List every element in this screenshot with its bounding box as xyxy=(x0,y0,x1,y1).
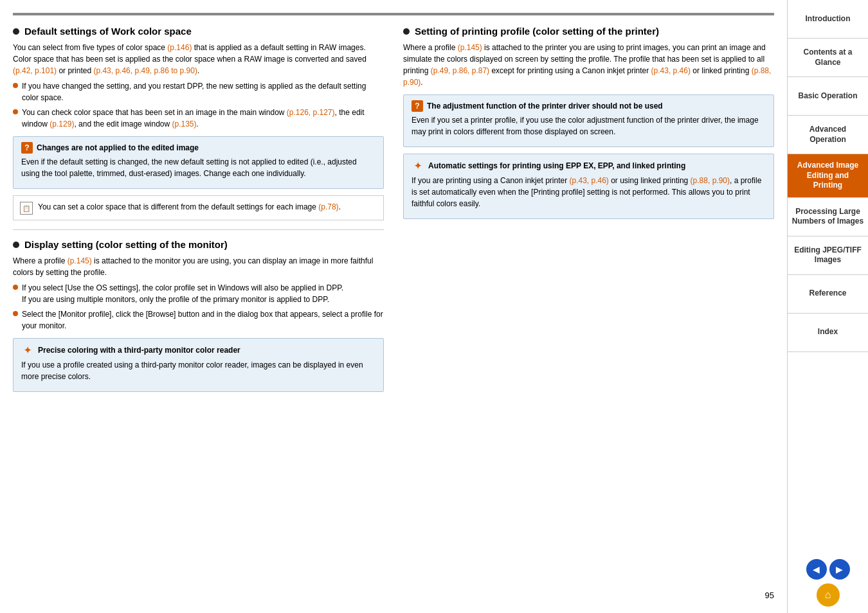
tip-box-2: ✦ Automatic settings for printing using … xyxy=(403,154,774,219)
left-column: Default settings of Work color space You… xyxy=(13,26,384,584)
section2-title: Display setting (color setting of the mo… xyxy=(13,239,384,250)
home-button[interactable]: ⌂ xyxy=(817,583,840,607)
section1-bullet xyxy=(13,28,19,35)
tip-sun-icon-2: ✦ xyxy=(411,159,424,172)
section1-bullet1: If you have changed the setting, and you… xyxy=(13,80,384,103)
note-box-1: ? Changes are not applied to the edited … xyxy=(13,136,384,189)
note-title-2: ? The adjustment function of the printer… xyxy=(411,100,766,112)
section2-bullet xyxy=(13,242,19,248)
sidebar-item-basic-operation[interactable]: Basic Operation xyxy=(788,77,868,116)
sidebar-item-advanced-image-editing-printing[interactable]: Advanced Image Editing and Printing xyxy=(788,154,868,198)
prev-button[interactable]: ◀ xyxy=(806,559,827,580)
section1-title: Default settings of Work color space xyxy=(13,26,384,37)
section2-bullet1: If you select [Use the OS settings], the… xyxy=(13,282,384,305)
section1-bullet2: You can check color space that has been … xyxy=(13,107,384,130)
sidebar-item-editing-jpeg-tiff[interactable]: Editing JPEG/TIFF Images xyxy=(788,236,868,275)
top-border xyxy=(13,13,774,15)
info-icon-1: 📋 xyxy=(20,202,33,215)
section2-para1: Where a profile (p.145) is attached to t… xyxy=(13,255,384,278)
sidebar-item-advanced-operation[interactable]: Advanced Operation xyxy=(788,116,868,154)
divider-1 xyxy=(13,229,384,230)
right-section1-bullet xyxy=(403,28,410,35)
sidebar: Introduction Contents at a Glance Basic … xyxy=(787,0,868,613)
sidebar-bottom: ◀ ▶ ⌂ xyxy=(788,553,868,613)
tip-title-1: ✦ Precise coloring with a third-party mo… xyxy=(21,344,375,357)
note-title-1: ? Changes are not applied to the edited … xyxy=(21,142,375,154)
info-box-1: 📋 You can set a color space that is diff… xyxy=(13,195,384,220)
sidebar-item-contents-at-a-glance[interactable]: Contents at a Glance xyxy=(788,39,868,77)
page-number: 95 xyxy=(13,591,774,600)
sidebar-item-index[interactable]: Index xyxy=(788,314,868,352)
right-section1-para1: Where a profile (p.145) is attached to t… xyxy=(403,42,774,88)
tip-sun-icon-1: ✦ xyxy=(21,344,34,357)
question-mark-icon-2: ? xyxy=(411,100,423,112)
note-body-2: Even if you set a printer profile, if yo… xyxy=(411,114,766,138)
note-box-2: ? The adjustment function of the printer… xyxy=(403,94,774,147)
tip-box-1: ✦ Precise coloring with a third-party mo… xyxy=(13,338,384,392)
tip-body-2: If you are printing using a Canon inkjet… xyxy=(411,175,766,209)
section2-bullet2: Select the [Monitor profile], click the … xyxy=(13,308,384,332)
tip-body-1: If you use a profile created using a thi… xyxy=(21,359,375,382)
section1-para1: You can select from five types of color … xyxy=(13,42,384,76)
info-text-1: You can set a color space that is differ… xyxy=(38,201,341,213)
next-button[interactable]: ▶ xyxy=(829,559,850,580)
right-column: Setting of printing profile (color setti… xyxy=(403,26,774,584)
sidebar-item-reference[interactable]: Reference xyxy=(788,275,868,314)
sidebar-item-introduction[interactable]: Introduction xyxy=(788,0,868,39)
right-section1-title: Setting of printing profile (color setti… xyxy=(403,26,774,37)
sidebar-item-processing-large-numbers[interactable]: Processing Large Numbers of Images xyxy=(788,198,868,236)
nav-arrows: ◀ ▶ xyxy=(806,559,850,580)
tip-title-2: ✦ Automatic settings for printing using … xyxy=(411,159,766,172)
question-mark-icon-1: ? xyxy=(21,142,33,154)
note-body-1: Even if the default setting is changed, … xyxy=(21,156,375,179)
